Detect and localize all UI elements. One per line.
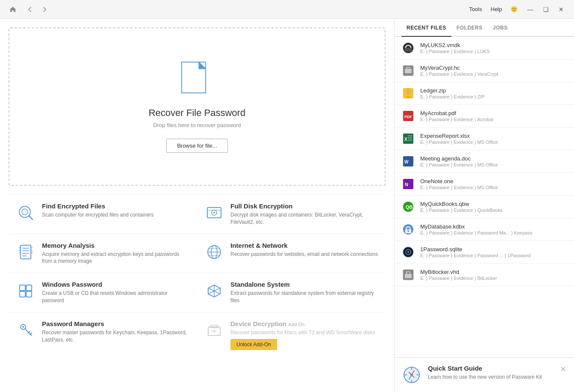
maximize-button[interactable]: ❑ bbox=[540, 3, 552, 15]
minimize-button[interactable]: — bbox=[524, 3, 536, 15]
bitlocker-file-path: E: ) Passware ) Evidence ) BitLocker bbox=[420, 276, 567, 281]
svg-point-63 bbox=[407, 251, 409, 253]
quickbooks-file-info: MyQuickBooks.qbw E: ) Passware ) Evidenc… bbox=[420, 201, 567, 213]
zip-file-info: Ledger.zip E: ) Passware ) Evidence ) ZI… bbox=[420, 87, 567, 99]
find-encrypted-text: Find Encrypted Files Scan computer for e… bbox=[42, 202, 190, 219]
device-decryption-icon bbox=[204, 320, 224, 341]
svg-point-32 bbox=[22, 326, 24, 328]
quick-start-close-button[interactable]: ✕ bbox=[559, 365, 567, 373]
doc-file-path: E: ) Passware ) Evidence ) MS Office bbox=[420, 162, 567, 167]
svg-rect-39 bbox=[405, 69, 412, 73]
back-button[interactable] bbox=[24, 3, 36, 15]
doc-file-name: Meeting agenda.doc bbox=[420, 155, 567, 162]
device-decryption-desc: Recover passwords for Macs with T2 and W… bbox=[230, 329, 379, 336]
titlebar: Tools Help 🙂 — ❑ ✕ bbox=[0, 0, 574, 19]
nav-buttons bbox=[24, 3, 51, 15]
svg-text:N: N bbox=[405, 182, 408, 187]
veracrypt-file-info: MyVeraCrypt.hc E: ) Passware ) Evidence … bbox=[420, 65, 567, 77]
tab-jobs[interactable]: Jobs bbox=[488, 19, 513, 37]
windows-password-desc: Create a USB or CD that resets Windows a… bbox=[42, 290, 190, 304]
veracrypt-file-name: MyVeraCrypt.hc bbox=[420, 65, 567, 71]
recent-item-doc[interactable]: W Meeting agenda.doc E: ) Passware ) Evi… bbox=[395, 150, 574, 173]
keepass-file-name: MyDatabase.kdbx bbox=[420, 223, 567, 230]
password-managers-icon bbox=[15, 320, 36, 341]
recent-item-1password[interactable]: 1Password.sqlite E: ) Passware ) Evidenc… bbox=[395, 241, 574, 264]
recent-item-zip[interactable]: Ledger.zip E: ) Passware ) Evidence ) ZI… bbox=[395, 82, 574, 105]
internet-network-title: Internet & Network bbox=[230, 242, 379, 249]
svg-rect-25 bbox=[26, 285, 32, 291]
feature-device-decryption[interactable]: Device Decryption Add-On Recover passwor… bbox=[197, 312, 386, 358]
bitlocker-icon bbox=[401, 268, 415, 282]
recent-item-veracrypt[interactable]: MyVeraCrypt.hc E: ) Passware ) Evidence … bbox=[395, 59, 574, 82]
tab-recent-files[interactable]: Recent Files bbox=[401, 19, 451, 37]
svg-rect-65 bbox=[405, 274, 412, 278]
bitlocker-file-info: MyBitlocker.vhd E: ) Passware ) Evidence… bbox=[420, 269, 567, 281]
veracrypt-file-path: E: ) Passware ) Evidence ) VeraCrypt bbox=[420, 71, 567, 77]
recent-item-luks[interactable]: MyLUKS2.vmdk E: ) Passware ) Evidence ) … bbox=[395, 37, 574, 59]
feature-full-disk[interactable]: Full Disk Encryption Decrypt disk images… bbox=[197, 194, 386, 234]
feature-windows-password[interactable]: Windows Password Create a USB or CD that… bbox=[9, 273, 197, 312]
file-icon bbox=[180, 60, 214, 99]
quick-start-guide: Quick Start Guide Learn how to use the n… bbox=[395, 357, 574, 392]
quick-start-text: Quick Start Guide Learn how to use the n… bbox=[428, 365, 553, 381]
tab-folders[interactable]: Folders bbox=[451, 19, 488, 37]
addon-badge: Add-On bbox=[288, 322, 305, 327]
recent-item-bitlocker[interactable]: MyBitlocker.vhd E: ) Passware ) Evidence… bbox=[395, 264, 574, 286]
quick-start-desc: Learn how to use the new version of Pass… bbox=[428, 374, 553, 381]
feature-standalone-system[interactable]: Standalone System Extract passwords for … bbox=[197, 273, 386, 312]
home-button[interactable] bbox=[7, 3, 19, 15]
bitlocker-file-name: MyBitlocker.vhd bbox=[420, 269, 567, 275]
luks-file-name: MyLUKS2.vmdk bbox=[420, 42, 567, 48]
feature-internet-network[interactable]: Internet & Network Recover passwords for… bbox=[197, 234, 386, 273]
quickbooks-icon: QB bbox=[401, 200, 415, 214]
back-icon bbox=[27, 6, 33, 13]
forward-button[interactable] bbox=[39, 3, 51, 15]
1password-icon bbox=[401, 245, 415, 259]
svg-text:QB: QB bbox=[406, 205, 413, 210]
windows-password-text: Windows Password Create a USB or CD that… bbox=[42, 281, 190, 304]
drop-zone[interactable]: Recover File Password Drop files here to… bbox=[9, 27, 386, 186]
recent-item-onenote[interactable]: N OneNote.one E: ) Passware ) Evidence )… bbox=[395, 173, 574, 196]
drop-zone-subtitle: Drop files here to recover password bbox=[153, 122, 241, 128]
recent-item-pdf[interactable]: PDF MyAcrobat.pdf E: ) Passware ) Eviden… bbox=[395, 105, 574, 128]
feature-memory-analysis[interactable]: Memory Analysis Acquire memory and extra… bbox=[9, 234, 197, 273]
tools-menu[interactable]: Tools bbox=[469, 6, 482, 12]
left-panel: Recover File Password Drop files here to… bbox=[0, 19, 394, 392]
recent-item-quickbooks[interactable]: QB MyQuickBooks.qbw E: ) Passware ) Evid… bbox=[395, 196, 574, 218]
quickbooks-file-path: E: ) Passware ) Evidence ) QuickBooks bbox=[420, 208, 567, 213]
luks-icon bbox=[401, 41, 415, 55]
recent-item-keepass[interactable]: MyDatabase.kdbx E: ) Passware ) Evidence… bbox=[395, 218, 574, 241]
feature-password-managers[interactable]: Password Managers Recover master passwor… bbox=[9, 312, 197, 358]
close-button[interactable]: ✕ bbox=[555, 3, 567, 15]
forward-icon bbox=[41, 6, 48, 13]
standalone-system-icon bbox=[204, 281, 224, 301]
svg-text:X: X bbox=[404, 137, 407, 142]
svg-rect-8 bbox=[21, 245, 31, 259]
unlock-addon-button[interactable]: Unlock Add-On bbox=[230, 339, 277, 350]
feature-find-encrypted[interactable]: Find Encrypted Files Scan computer for e… bbox=[9, 194, 197, 234]
internet-network-desc: Recover passwords for websites, email an… bbox=[230, 251, 379, 258]
svg-rect-50 bbox=[408, 137, 412, 139]
veracrypt-icon bbox=[401, 64, 415, 77]
browse-button[interactable]: Browse for file... bbox=[166, 139, 227, 153]
compass-icon bbox=[401, 365, 422, 385]
quick-start-title: Quick Start Guide bbox=[428, 365, 553, 372]
titlebar-left bbox=[7, 3, 51, 15]
onenote-file-info: OneNote.one E: ) Passware ) Evidence ) M… bbox=[420, 178, 567, 190]
memory-analysis-text: Memory Analysis Acquire memory and extra… bbox=[42, 242, 190, 265]
titlebar-menu: Tools Help 🙂 bbox=[469, 6, 517, 12]
recent-item-xlsx[interactable]: X ExpenseReport.xlsx E: ) Passware ) Evi… bbox=[395, 128, 574, 150]
zip-file-path: E: ) Passware ) Evidence ) ZIP bbox=[420, 94, 567, 99]
doc-file-info: Meeting agenda.doc E: ) Passware ) Evide… bbox=[420, 155, 567, 167]
feedback-button[interactable]: 🙂 bbox=[511, 6, 517, 12]
quickbooks-file-name: MyQuickBooks.qbw bbox=[420, 201, 567, 207]
svg-rect-51 bbox=[408, 140, 412, 141]
svg-point-60 bbox=[407, 230, 409, 232]
svg-rect-43 bbox=[407, 92, 410, 93]
full-disk-desc: Decrypt disk images and containers: BitL… bbox=[230, 211, 379, 226]
features-grid: Find Encrypted Files Scan computer for e… bbox=[9, 194, 386, 358]
memory-analysis-icon bbox=[15, 242, 36, 262]
onenote-file-name: OneNote.one bbox=[420, 178, 567, 184]
standalone-system-desc: Extract passwords for standalone system … bbox=[230, 290, 379, 304]
help-menu[interactable]: Help bbox=[490, 6, 502, 12]
